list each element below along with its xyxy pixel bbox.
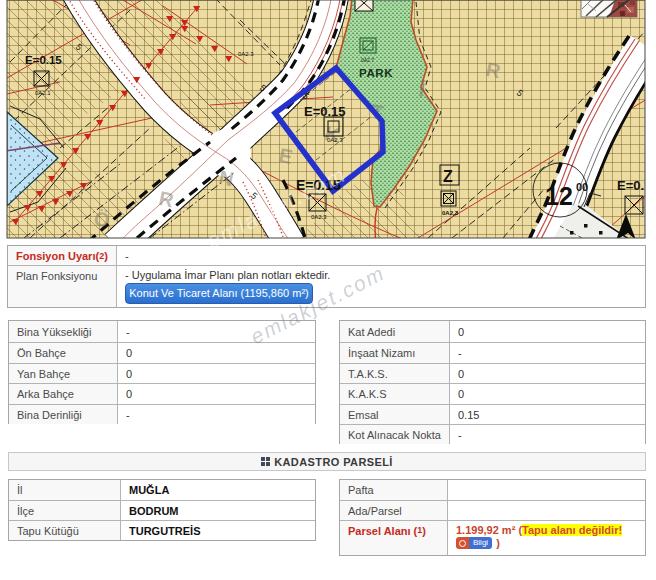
svg-text:0A2.3: 0A2.3 [238, 51, 254, 57]
svg-text:00: 00 [576, 181, 588, 193]
svg-text:12: 12 [545, 182, 573, 210]
svg-text:0A2.1: 0A2.1 [35, 90, 51, 96]
svg-text:0A2.3: 0A2.3 [327, 137, 343, 143]
svg-text:E=0.15: E=0.15 [25, 54, 62, 66]
svg-text:0A2.7: 0A2.7 [361, 57, 374, 63]
svg-text:Z: Z [443, 168, 453, 185]
svg-text:0A2.3: 0A2.3 [442, 210, 459, 216]
svg-text:0A2.3: 0A2.3 [311, 214, 327, 220]
svg-text:PARK: PARK [359, 67, 393, 79]
svg-text:E=0.15: E=0.15 [296, 177, 341, 193]
